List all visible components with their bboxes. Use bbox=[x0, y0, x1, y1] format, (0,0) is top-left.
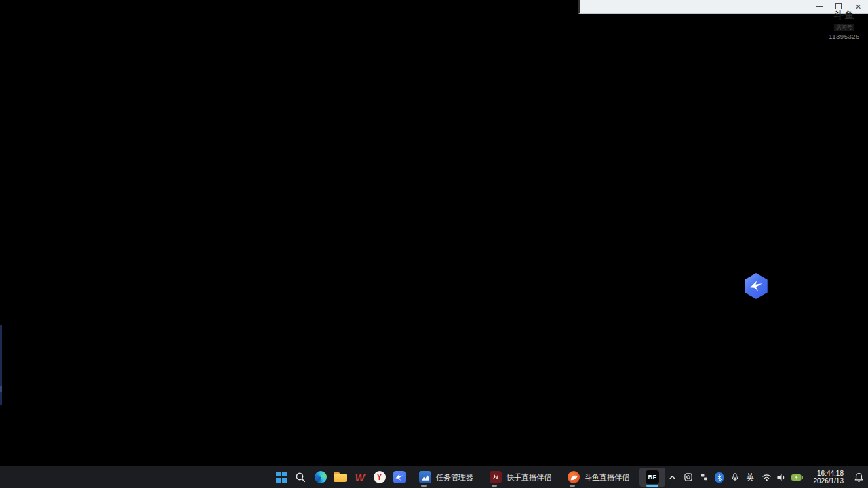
xunlei-bird-icon bbox=[749, 279, 764, 293]
ime-label: 英 bbox=[747, 472, 755, 483]
edge-browser-button[interactable] bbox=[311, 467, 330, 487]
app-label: 斗鱼直播伴侣 bbox=[585, 472, 629, 483]
xunlei-icon bbox=[393, 471, 406, 483]
tray-clipboard-app-button[interactable] bbox=[681, 468, 696, 486]
running-indicator-active bbox=[646, 485, 658, 487]
bf-app-label: BF bbox=[648, 474, 657, 481]
running-indicator bbox=[570, 485, 575, 487]
notification-center-button[interactable] bbox=[851, 468, 867, 486]
xunlei-floating-widget[interactable] bbox=[743, 273, 769, 299]
desktop: × 斗鱼 房间号 11395326 bbox=[0, 0, 868, 488]
douyu-live-icon bbox=[568, 471, 580, 483]
taskbar-app-task-manager[interactable]: 任务管理器 bbox=[413, 468, 479, 487]
network-volume-battery-button[interactable] bbox=[759, 468, 806, 486]
watermark-room-id: 11395326 bbox=[823, 33, 866, 40]
tray-date: 2026/1/13 bbox=[814, 477, 844, 485]
wps-icon: W bbox=[355, 472, 364, 483]
start-button[interactable] bbox=[271, 467, 291, 487]
app-label: 任务管理器 bbox=[436, 472, 473, 483]
chevron-up-icon bbox=[668, 473, 677, 482]
hidden-icons-button[interactable] bbox=[665, 468, 680, 486]
volume-icon bbox=[776, 473, 786, 482]
task-manager-icon bbox=[419, 471, 431, 483]
ime-indicator[interactable]: 英 bbox=[743, 468, 758, 486]
bluetooth-icon bbox=[715, 472, 724, 483]
search-button[interactable] bbox=[291, 467, 311, 487]
bell-icon bbox=[854, 472, 864, 483]
taskbar-app-kuaishou-live[interactable]: 快手直播伴侣 bbox=[484, 468, 557, 487]
file-explorer-button[interactable] bbox=[330, 467, 350, 487]
edge-icon bbox=[315, 471, 327, 483]
running-indicator bbox=[421, 485, 427, 487]
minimize-icon bbox=[816, 6, 823, 7]
tray-windows-app-button[interactable] bbox=[696, 468, 711, 486]
app-label: 快手直播伴侣 bbox=[507, 472, 551, 483]
taskbar: W Y 任务管理器 bbox=[0, 466, 868, 488]
clipboard-icon bbox=[684, 472, 693, 482]
running-indicator bbox=[492, 485, 497, 487]
bluetooth-button[interactable] bbox=[712, 468, 727, 486]
search-icon bbox=[295, 472, 307, 483]
xunlei-button[interactable] bbox=[389, 467, 409, 487]
yandex-browser-button[interactable]: Y bbox=[370, 467, 389, 487]
stream-watermark: 斗鱼 房间号 11395326 bbox=[823, 10, 866, 40]
taskbar-app-bf[interactable]: BF bbox=[639, 468, 665, 487]
watermark-brand-logo: 斗鱼 bbox=[823, 10, 866, 20]
taskbar-center-icons: W Y 任务管理器 bbox=[271, 466, 665, 488]
yandex-icon: Y bbox=[374, 471, 386, 483]
tray-time: 16:44:18 bbox=[814, 470, 844, 478]
maximize-icon bbox=[835, 3, 842, 9]
watermark-room-label: 房间号 bbox=[834, 24, 854, 31]
bf-app-icon: BF bbox=[646, 470, 659, 484]
system-tray: 英 16:44:1 bbox=[665, 466, 867, 488]
kuaishou-live-icon bbox=[490, 471, 502, 483]
docked-window-edge-handle[interactable] bbox=[0, 386, 2, 392]
stacked-windows-icon bbox=[699, 472, 709, 482]
taskbar-app-douyu-live[interactable]: 斗鱼直播伴侣 bbox=[561, 468, 635, 487]
docked-window-edge[interactable] bbox=[0, 325, 2, 405]
wifi-icon bbox=[762, 473, 772, 482]
clock-button[interactable]: 16:44:18 2026/1/13 bbox=[807, 468, 851, 486]
folder-icon bbox=[334, 472, 347, 482]
battery-icon bbox=[791, 473, 804, 482]
windows-logo-icon bbox=[276, 472, 287, 483]
microphone-icon bbox=[730, 472, 740, 483]
wps-office-button[interactable]: W bbox=[350, 467, 370, 487]
microphone-button[interactable] bbox=[728, 468, 743, 486]
